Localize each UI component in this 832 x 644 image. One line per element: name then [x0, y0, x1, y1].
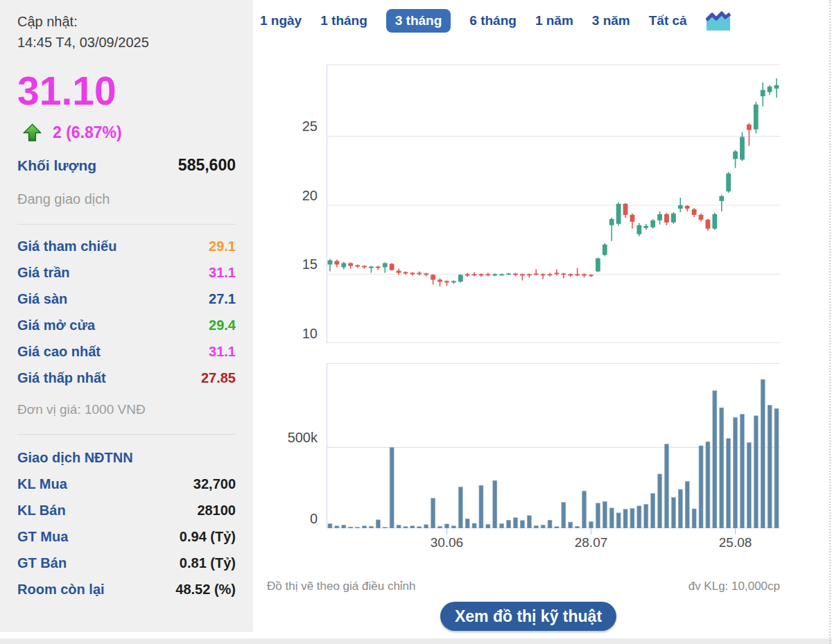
row-value: 29.1 [209, 233, 236, 259]
divider [17, 434, 236, 435]
table-row: Giá thấp nhất27.85 [17, 365, 236, 391]
table-row: Giá sàn27.1 [17, 286, 236, 312]
session-status: Đang giao dịch [17, 191, 253, 207]
divider [17, 224, 236, 225]
row-label: GT Bán [17, 550, 67, 576]
row-value: 31.1 [209, 338, 236, 365]
row-value: 0.94 (Tỷ) [180, 523, 236, 550]
row-label: Giá mở cửa [17, 312, 95, 338]
area-chart-icon[interactable] [706, 11, 731, 31]
table-row: Giá trần31.1 [17, 259, 236, 286]
y-axis-label: 500k [275, 430, 318, 446]
y-axis-label: 10 [275, 326, 318, 342]
x-axis-label: 30.06 [415, 535, 478, 550]
tab-1-ngay[interactable]: 1 ngày [260, 9, 302, 33]
row-value: 27.85 [201, 365, 236, 391]
table-row: GT Mua0.94 (Tỷ) [17, 523, 236, 550]
price-change-row: 2 (6.87%) [23, 123, 253, 142]
updated-label: Cập nhật: [17, 11, 253, 32]
tab-6-thang[interactable]: 6 tháng [469, 9, 517, 33]
row-label: Room còn lại [17, 576, 105, 602]
up-arrow-icon [23, 123, 42, 142]
row-label: GT Mua [17, 523, 68, 550]
row-value: 48.52 (%) [175, 576, 236, 602]
technical-chart-button[interactable]: Xem đồ thị kỹ thuật [440, 602, 616, 631]
row-value: 31.1 [209, 259, 236, 286]
row-value: 0.81 (Tỷ) [180, 550, 236, 576]
x-tick-mark [447, 528, 447, 534]
x-tick-mark [591, 528, 591, 534]
row-value: 27.1 [209, 286, 236, 312]
y-axis-label: 0 [275, 511, 318, 527]
row-label: KL Bán [17, 497, 66, 523]
row-label: Giá trần [17, 259, 70, 286]
volume-label: Khối lượng [17, 157, 96, 174]
volume-bar-chart[interactable] [327, 363, 780, 528]
price-candlestick-chart[interactable] [327, 64, 780, 343]
row-value: 28100 [197, 497, 236, 523]
price-table: Giá tham chiếu29.1 Giá trần31.1 Giá sàn2… [0, 233, 253, 391]
table-row: GT Bán0.81 (Tỷ) [17, 550, 236, 576]
row-label: Giá sàn [17, 286, 67, 312]
foreign-trading-header: Giao dịch NĐTNN [17, 444, 253, 471]
table-row: KL Bán28100 [17, 497, 236, 523]
last-price: 31.10 [17, 71, 253, 111]
price-change: 2 (6.87%) [53, 123, 122, 142]
y-axis-label: 15 [275, 256, 318, 272]
table-row: Giá mở cửa29.4 [17, 312, 236, 338]
row-value: 29.4 [209, 312, 236, 338]
foreign-trading-table: KL Mua32,700 KL Bán28100 GT Mua0.94 (Tỷ)… [0, 471, 253, 602]
tab-1-thang[interactable]: 1 tháng [320, 9, 367, 33]
tab-3-thang[interactable]: 3 tháng [386, 9, 451, 33]
tab-3-nam[interactable]: 3 năm [592, 9, 630, 33]
row-label: KL Mua [17, 471, 67, 497]
table-row: Giá cao nhất31.1 [17, 338, 236, 365]
adjusted-price-note: Đồ thị vẽ theo giá điều chỉnh [267, 580, 416, 593]
row-value: 32,700 [193, 471, 236, 497]
page-edge-dashed-line [829, 0, 831, 644]
period-tabs: 1 ngày 1 tháng 3 tháng 6 tháng 1 năm 3 n… [260, 9, 731, 33]
bottom-divider [0, 638, 832, 644]
quote-sidebar: Cập nhật: 14:45 T4, 03/09/2025 31.10 2 (… [0, 0, 253, 632]
x-axis-label: 25.08 [704, 535, 767, 550]
volume-unit-note: đv KLg: 10,000cp [641, 580, 780, 593]
row-label: Giá thấp nhất [17, 365, 106, 391]
volume-row: Khối lượng 585,600 [17, 156, 236, 175]
table-row: Room còn lại48.52 (%) [17, 576, 236, 602]
table-row: Giá tham chiếu29.1 [17, 233, 236, 259]
volume-value: 585,600 [178, 156, 236, 175]
updated-time: 14:45 T4, 03/09/2025 [17, 32, 253, 53]
tab-1-nam[interactable]: 1 năm [535, 9, 573, 33]
table-row: KL Mua32,700 [17, 471, 236, 497]
x-axis-label: 28.07 [560, 535, 623, 550]
x-tick-mark [735, 528, 736, 534]
row-label: Giá cao nhất [17, 338, 101, 365]
tab-tat-ca[interactable]: Tất cả [649, 9, 687, 33]
y-axis-label: 20 [275, 188, 318, 204]
row-label: Giá tham chiếu [17, 233, 116, 259]
y-axis-label: 25 [275, 119, 318, 134]
price-unit-note: Đơn vị giá: 1000 VNĐ [17, 402, 253, 417]
